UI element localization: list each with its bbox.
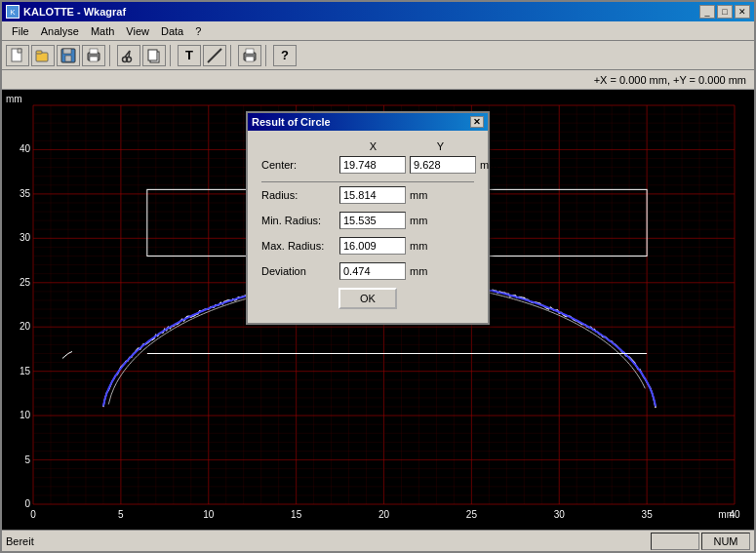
open-button[interactable] <box>31 45 55 66</box>
menu-analyse[interactable]: Analyse <box>35 23 85 39</box>
max-radius-unit: mm <box>410 240 427 252</box>
min-radius-label: Min. Radius: <box>261 215 339 226</box>
min-radius-input[interactable] <box>339 212 406 229</box>
result-dialog: Result of Circle ✕ X Y Center: mm <box>246 111 490 325</box>
max-radius-input[interactable] <box>339 237 406 255</box>
dialog-content: X Y Center: mm Radius: m <box>248 131 488 323</box>
coords-display: +X = 0.000 mm, +Y = 0.000 mm <box>594 74 746 86</box>
copy-button[interactable] <box>142 45 166 66</box>
deviation-label: Deviation <box>261 265 339 277</box>
toolbar-sep-1 <box>109 45 113 66</box>
new-button[interactable] <box>6 45 29 66</box>
graph-container: mm Result of Circle ✕ X Y <box>2 90 754 530</box>
center-unit: mm <box>480 159 497 171</box>
menu-help[interactable]: ? <box>189 23 207 39</box>
svg-marker-1 <box>18 49 21 53</box>
status-indicators: NUM <box>651 533 750 550</box>
toolbar: T ? <box>2 41 754 70</box>
center-row: Center: mm <box>261 156 474 174</box>
svg-rect-18 <box>246 49 254 54</box>
svg-rect-6 <box>65 56 71 61</box>
dialog-col-headers: X Y <box>261 140 474 152</box>
max-radius-label: Max. Radius: <box>261 240 339 252</box>
status-text: Bereit <box>6 535 651 547</box>
col-y-label: Y <box>407 140 474 152</box>
svg-rect-3 <box>36 51 42 54</box>
center-y-input[interactable] <box>410 156 476 174</box>
scissors-button[interactable] <box>117 45 140 66</box>
dialog-title-bar: Result of Circle ✕ <box>248 113 488 131</box>
menu-view[interactable]: View <box>120 23 155 39</box>
deviation-row: Deviation mm <box>261 262 474 280</box>
y-axis-label: mm <box>6 94 22 104</box>
line-button[interactable] <box>203 45 226 66</box>
print-button[interactable] <box>82 45 105 66</box>
coords-bar: +X = 0.000 mm, +Y = 0.000 mm <box>2 70 754 90</box>
center-label: Center: <box>261 159 339 171</box>
radius-unit: mm <box>410 189 427 201</box>
deviation-unit: mm <box>410 265 427 277</box>
status-indicator-empty <box>651 533 699 550</box>
toolbar-sep-2 <box>170 45 174 66</box>
max-radius-row: Max. Radius: mm <box>261 237 474 255</box>
title-bar-left: K KALOTTE - Wkagraf <box>6 5 126 19</box>
svg-rect-9 <box>90 57 98 61</box>
status-indicator-num: NUM <box>701 533 750 550</box>
title-bar: K KALOTTE - Wkagraf _ □ ✕ <box>2 2 754 21</box>
toolbar-sep-3 <box>230 45 234 66</box>
menu-file[interactable]: File <box>6 23 35 39</box>
dialog-btn-row: OK <box>261 288 474 309</box>
svg-rect-15 <box>148 50 157 60</box>
svg-line-13 <box>129 51 130 58</box>
svg-point-11 <box>127 57 132 61</box>
col-x-label: X <box>339 140 407 152</box>
menu-bar: File Analyse Math View Data ? <box>2 21 754 41</box>
save-button[interactable] <box>57 45 80 66</box>
min-radius-row: Min. Radius: mm <box>261 212 474 229</box>
dialog-divider <box>261 181 474 182</box>
maximize-button[interactable]: □ <box>717 5 733 19</box>
app-icon: K <box>6 5 20 19</box>
main-window: K KALOTTE - Wkagraf _ □ ✕ File Analyse M… <box>0 0 756 553</box>
title-buttons: _ □ ✕ <box>699 5 750 19</box>
close-button[interactable]: ✕ <box>735 5 750 19</box>
radius-label: Radius: <box>261 189 339 201</box>
center-x-input[interactable] <box>339 156 406 174</box>
dialog-close-button[interactable]: ✕ <box>470 116 484 128</box>
deviation-input[interactable] <box>339 262 406 280</box>
svg-rect-19 <box>246 57 254 61</box>
menu-data[interactable]: Data <box>155 23 189 39</box>
svg-rect-5 <box>63 49 71 54</box>
printer2-button[interactable] <box>238 45 261 66</box>
text-button[interactable]: T <box>178 45 201 66</box>
min-radius-unit: mm <box>410 215 427 226</box>
dialog-title: Result of Circle <box>252 116 331 128</box>
svg-line-16 <box>208 49 221 62</box>
toolbar-sep-4 <box>265 45 269 66</box>
help-button[interactable]: ? <box>273 45 297 66</box>
menu-math[interactable]: Math <box>85 23 120 39</box>
radius-row: Radius: mm <box>261 186 474 204</box>
ok-button[interactable]: OK <box>338 288 397 309</box>
radius-input[interactable] <box>339 186 406 204</box>
svg-rect-8 <box>90 49 98 54</box>
status-bar: Bereit NUM <box>2 530 754 551</box>
window-title: KALOTTE - Wkagraf <box>23 6 126 18</box>
minimize-button[interactable]: _ <box>699 5 715 19</box>
